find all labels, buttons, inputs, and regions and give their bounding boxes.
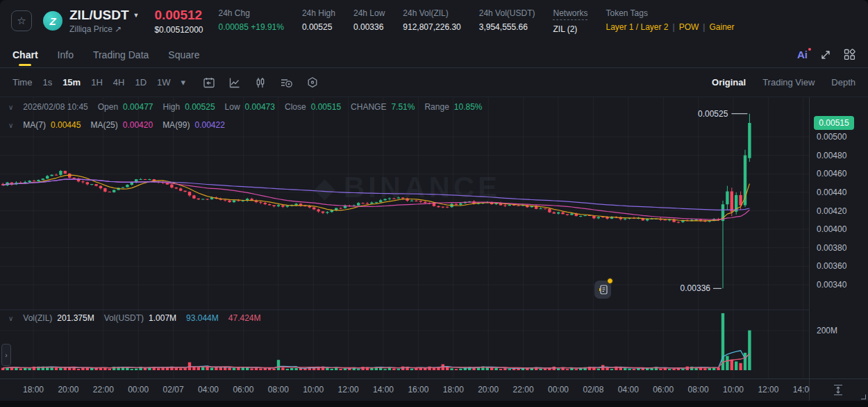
svg-text:0.00336: 0.00336 <box>681 283 711 293</box>
vol-quote-value: 1.007M <box>149 313 176 323</box>
volume-legend: ∨ Vol(ZIL)201.375M Vol(USDT)1.007M 93.04… <box>8 313 261 323</box>
x-axis-label: 16:00 <box>408 385 428 394</box>
x-axis-label: 08:00 <box>268 385 289 394</box>
resize-corner-icon[interactable] <box>861 394 866 399</box>
y-axis-label: 0.00500 <box>817 132 846 142</box>
y-axis-label: 0.00360 <box>817 261 846 271</box>
ai-assistant-icon[interactable]: Ai <box>797 49 808 60</box>
view-tab-depth[interactable]: Depth <box>831 77 856 88</box>
go-to-date-icon[interactable] <box>203 76 215 89</box>
view-tab-original[interactable]: Original <box>712 77 746 88</box>
networks-value: ZIL (2) <box>553 24 587 34</box>
volume-axis-label: 200M <box>817 326 837 335</box>
pair-selector[interactable]: ZIL/USDT ▼ <box>69 8 139 23</box>
legend-open: 0.00477 <box>123 102 153 112</box>
coin-logo-icon: Z <box>43 11 62 31</box>
chart-toolbar: Time 1s 15m 1H 4H 1D 1W ▾ Original <box>0 68 868 97</box>
price-volume-plot[interactable]: 0.005250.00336 <box>0 97 809 401</box>
y-axis-label: 0.00440 <box>817 188 846 197</box>
x-axis-label: 06:00 <box>233 385 253 394</box>
stat-24h-vol-base: 24h Vol(ZIL) 912,807,226.30 <box>403 8 460 34</box>
panel-expander-button[interactable]: › <box>1 344 11 366</box>
chevron-down-icon: ▼ <box>133 12 140 19</box>
vol-ma-fast-value: 93.044M <box>186 313 219 323</box>
tab-trading-data[interactable]: Trading Data <box>93 42 149 67</box>
interval-15m[interactable]: 15m <box>62 77 81 88</box>
last-price-badge: 0.00515 <box>814 116 854 130</box>
section-tabbar: Chart Info Trading Data Square Ai <box>0 42 868 68</box>
stat-24h-chg: 24h Chg 0.00085 +19.91% <box>219 8 284 34</box>
y-axis-label: 0.00400 <box>817 224 846 234</box>
last-price-usd: $0.00512000 <box>154 25 203 35</box>
tag-pow[interactable]: POW <box>679 22 699 32</box>
interval-1w[interactable]: 1W <box>157 77 171 88</box>
x-axis-label: 22:00 <box>93 385 114 394</box>
vol-ma-slow-value: 47.424M <box>228 313 261 323</box>
indicators-icon[interactable] <box>280 76 293 89</box>
legend-low: 0.00473 <box>245 102 275 112</box>
token-tags-block: Token Tags Layer 1 / Layer 2 | POW | Gai… <box>606 8 734 34</box>
legend-change: 7.51% <box>391 102 415 112</box>
interval-1h[interactable]: 1H <box>91 77 103 88</box>
interval-more-caret-icon[interactable]: ▾ <box>181 77 186 88</box>
x-axis-label: 22:00 <box>513 385 534 394</box>
price-axis[interactable]: 0.005000.004800.004600.004400.004200.004… <box>809 97 868 401</box>
candlestick-icon[interactable] <box>254 76 267 89</box>
view-tab-tradingview[interactable]: Trading View <box>762 77 815 88</box>
pair-title: ZIL/USDT <box>69 8 129 23</box>
y-axis-label: 0.00340 <box>817 280 846 290</box>
auto-fit-axis-icon[interactable] <box>833 383 844 399</box>
news-event-marker[interactable] <box>594 281 611 299</box>
tag-layer1-layer2[interactable]: Layer 1 / Layer 2 <box>606 22 668 32</box>
x-axis-label: 12:00 <box>758 385 778 394</box>
x-axis-label: 12:00 <box>338 385 359 394</box>
x-axis-label: 08:00 <box>688 385 709 394</box>
layout-grid-icon[interactable] <box>844 49 856 60</box>
time-axis[interactable]: 18:0020:0022:0000:0002/0704:0006:0008:00… <box>0 379 810 401</box>
vol-base-value: 201.375M <box>57 313 94 323</box>
fullscreen-icon[interactable] <box>820 49 831 60</box>
favorite-button[interactable]: ☆ <box>11 10 32 31</box>
svg-text:0.00525: 0.00525 <box>698 109 728 119</box>
chevron-right-icon: › <box>5 351 7 359</box>
interval-1s[interactable]: 1s <box>42 77 52 88</box>
legend-high: 0.00525 <box>185 102 215 112</box>
chart-area: ◆ BINANCE 0.005250.00336 ∨ 2026/02/08 10… <box>0 97 868 401</box>
networks-label[interactable]: Networks <box>553 8 587 20</box>
x-axis-label: 02/07 <box>163 385 184 394</box>
tab-square[interactable]: Square <box>168 42 199 67</box>
y-axis-label: 0.00460 <box>817 169 846 178</box>
x-axis-label: 14:00 <box>373 385 394 394</box>
chart-style-icon[interactable] <box>228 76 241 89</box>
stat-24h-low: 24h Low 0.00336 <box>353 8 385 34</box>
x-axis-label: 20:00 <box>478 385 499 394</box>
x-axis-label: 00:00 <box>128 385 149 394</box>
y-axis-label: 0.00420 <box>817 206 846 216</box>
y-axis-label: 0.00480 <box>817 151 846 160</box>
networks-block: Networks ZIL (2) <box>553 8 587 34</box>
collapse-legend-icon[interactable]: ∨ <box>8 103 13 111</box>
tab-chart[interactable]: Chart <box>12 42 38 67</box>
collapse-volume-icon[interactable]: ∨ <box>8 315 13 322</box>
x-axis-label: 10:00 <box>303 385 324 394</box>
chart-settings-icon[interactable] <box>306 76 319 89</box>
collapse-ma-icon[interactable]: ∨ <box>8 122 13 129</box>
x-axis-label: 06:00 <box>653 385 674 394</box>
axis-tools <box>810 379 868 401</box>
interval-1d[interactable]: 1D <box>135 77 147 88</box>
stat-24h-vol-quote: 24h Vol(USDT) 3,954,555.66 <box>479 8 535 34</box>
x-axis-label: 18:00 <box>443 385 464 394</box>
x-axis-label: 04:00 <box>618 385 639 394</box>
ma7-value: 0.00445 <box>51 120 81 130</box>
tag-gainer[interactable]: Gainer <box>709 22 734 32</box>
ticker-stats: 24h Chg 0.00085 +19.91% 24h High 0.00525… <box>219 8 735 34</box>
star-icon: ☆ <box>17 15 26 27</box>
x-axis-label: 14:00 <box>793 385 810 394</box>
last-price: 0.00512 <box>154 8 203 23</box>
interval-4h[interactable]: 4H <box>113 77 125 88</box>
tab-info[interactable]: Info <box>58 42 74 67</box>
x-axis-label: 02/08 <box>583 385 603 394</box>
legend-close: 0.00515 <box>311 102 341 112</box>
news-icon <box>599 285 608 294</box>
coin-price-link[interactable]: Zilliqa Price ↗ <box>69 24 139 34</box>
